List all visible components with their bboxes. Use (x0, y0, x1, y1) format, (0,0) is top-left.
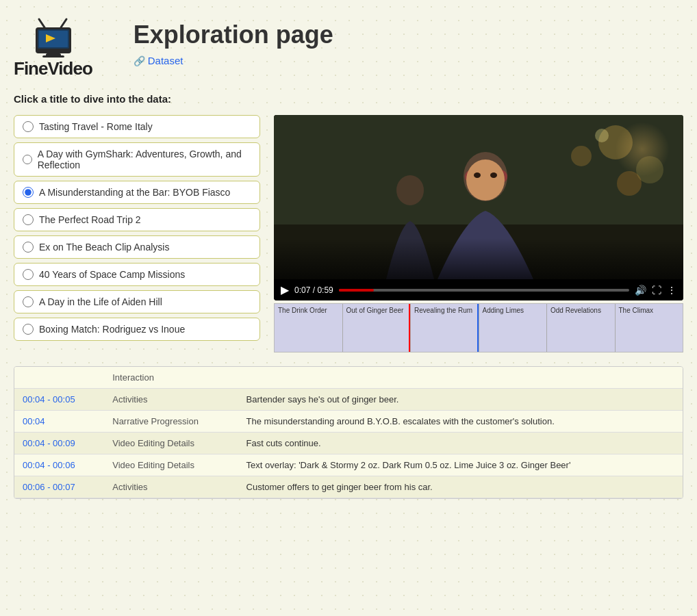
time-current: 0:07 (294, 285, 310, 295)
table-row: 00:04 - 00:09 Video Editing Details Fast… (14, 433, 683, 454)
main-content: Tasting Travel - Rome Italy A Day with G… (14, 115, 683, 352)
table-cell-category: Activities (104, 389, 238, 411)
segment-label: Out of Ginger Beer (346, 307, 404, 314)
label-item6[interactable]: 40 Years of Space Camp Missions (39, 269, 185, 280)
table-cell-time[interactable]: 00:04 - 00:05 (14, 389, 104, 411)
dataset-link[interactable]: 🔗 Dataset (134, 55, 333, 66)
table-cell-category: Narrative Progression (104, 411, 238, 433)
table-cell-category: Interaction (104, 367, 238, 389)
table-cell-desc: Customer offers to get ginger beer from … (238, 476, 683, 498)
svg-line-4 (39, 19, 45, 27)
segment-bar: The Drink Order Out of Ginger Beer Revea… (274, 303, 683, 352)
radio-item4[interactable] (23, 214, 34, 225)
instruction-text: Click a title to dive into the data: (14, 93, 683, 105)
time-display: 0:07 / 0:59 (294, 285, 333, 295)
label-item5[interactable]: Ex on The Beach Clip Analysis (39, 242, 169, 253)
radio-item1[interactable] (23, 121, 34, 132)
table-row-partial: Interaction (14, 367, 683, 389)
table-row: 00:04 Narrative Progression The misunder… (14, 411, 683, 433)
logo-container: FineVideo (14, 14, 92, 79)
segment-odd-revelations[interactable]: Odd Revelations (547, 304, 616, 352)
table-cell-time[interactable]: 00:06 - 00:07 (14, 476, 104, 498)
red-marker (409, 304, 410, 352)
list-item[interactable]: Tasting Travel - Rome Italy (14, 115, 260, 138)
segment-label: Adding Limes (483, 307, 524, 314)
table-cell-desc (238, 367, 683, 389)
label-item2[interactable]: A Day with GymShark: Adventures, Growth,… (38, 149, 251, 170)
table-cell-time[interactable]: 00:04 - 00:06 (14, 454, 104, 476)
progress-bar[interactable] (339, 289, 629, 292)
svg-line-5 (61, 19, 66, 27)
list-item[interactable]: Boxing Match: Rodriguez vs Inoue (14, 318, 260, 341)
svg-point-18 (474, 172, 481, 178)
title-area: Exploration page 🔗 Dataset (134, 14, 333, 66)
label-item1[interactable]: Tasting Travel - Rome Italy (39, 121, 153, 132)
blue-marker (477, 304, 479, 352)
table-row: 00:06 - 00:07 Activities Customer offers… (14, 476, 683, 498)
svg-point-20 (396, 175, 424, 205)
label-item3[interactable]: A Misunderstanding at the Bar: BYOB Fias… (39, 187, 230, 198)
page-container: FineVideo Exploration page 🔗 Dataset Cli… (0, 0, 697, 513)
table-row: 00:04 - 00:05 Activities Bartender says … (14, 389, 683, 411)
header: FineVideo Exploration page 🔗 Dataset (14, 14, 683, 79)
list-item[interactable]: A Day in the Life of Aiden Hill (14, 290, 260, 313)
video-controls: ▶ 0:07 / 0:59 🔊 ⛶ ⋮ (274, 279, 683, 300)
list-item[interactable]: 40 Years of Space Camp Missions (14, 263, 260, 286)
fullscreen-button[interactable]: ⛶ (652, 285, 661, 296)
svg-point-17 (466, 159, 505, 201)
page-title: Exploration page (134, 21, 333, 49)
radio-item8[interactable] (23, 324, 34, 335)
table-cell-desc: Fast cuts continue. (238, 433, 683, 454)
left-panel: Tasting Travel - Rome Italy A Day with G… (14, 115, 260, 352)
video-bg-lights (615, 122, 670, 177)
table-cell-category: Activities (104, 476, 238, 498)
list-item-selected[interactable]: A Misunderstanding at the Bar: BYOB Fias… (14, 181, 260, 204)
video-thumbnail (274, 115, 683, 279)
video-container: ▶ 0:07 / 0:59 🔊 ⛶ ⋮ (274, 115, 683, 300)
data-table-container: Interaction 00:04 - 00:05 Activities Bar… (14, 366, 683, 499)
segment-label: Revealing the Rum (414, 307, 472, 314)
segment-drink-order[interactable]: The Drink Order (275, 304, 343, 352)
logo-text: FineVideo (14, 58, 92, 79)
segment-label: The Drink Order (278, 307, 327, 314)
logo-icon (25, 14, 80, 58)
svg-point-19 (490, 172, 497, 178)
dataset-label: Dataset (148, 55, 183, 66)
label-item8[interactable]: Boxing Match: Rodriguez vs Inoue (39, 324, 185, 335)
right-panel: ▶ 0:07 / 0:59 🔊 ⛶ ⋮ The (274, 115, 683, 352)
segment-ginger-beer[interactable]: Out of Ginger Beer (343, 304, 411, 352)
segment-adding-limes[interactable]: Adding Limes (479, 304, 548, 352)
table-cell-category: Video Editing Details (104, 433, 238, 454)
svg-point-10 (571, 146, 592, 166)
table-cell-desc: Text overlay: 'Dark & Stormy 2 oz. Dark … (238, 454, 683, 476)
svg-rect-7 (42, 55, 64, 57)
table-cell-time[interactable]: 00:04 (14, 411, 104, 433)
progress-fill (339, 289, 374, 292)
video-list: Tasting Travel - Rome Italy A Day with G… (14, 115, 260, 341)
segment-revealing-rum[interactable]: Revealing the Rum (411, 304, 479, 352)
time-total: 0:59 (317, 285, 333, 295)
table-cell-time (14, 367, 104, 389)
svg-point-12 (595, 129, 609, 142)
radio-item5[interactable] (23, 242, 34, 253)
radio-item3[interactable] (23, 187, 34, 198)
list-item[interactable]: The Perfect Road Trip 2 (14, 208, 260, 231)
radio-item6[interactable] (23, 269, 34, 280)
more-button[interactable]: ⋮ (667, 285, 676, 296)
play-button[interactable]: ▶ (281, 283, 289, 296)
radio-item2[interactable] (23, 154, 32, 165)
label-item7[interactable]: A Day in the Life of Aiden Hill (39, 296, 162, 307)
segment-climax[interactable]: The Climax (616, 304, 683, 352)
table-cell-time[interactable]: 00:04 - 00:09 (14, 433, 104, 454)
label-item4[interactable]: The Perfect Road Trip 2 (39, 214, 141, 225)
table-cell-desc: The misunderstanding around B.Y.O.B. esc… (238, 411, 683, 433)
radio-item7[interactable] (23, 296, 34, 307)
segment-label: The Climax (619, 307, 654, 314)
table-cell-desc: Bartender says he's out of ginger beer. (238, 389, 683, 411)
list-item[interactable]: A Day with GymShark: Adventures, Growth,… (14, 142, 260, 177)
list-item[interactable]: Ex on The Beach Clip Analysis (14, 235, 260, 259)
data-table: Interaction 00:04 - 00:05 Activities Bar… (14, 367, 683, 498)
volume-button[interactable]: 🔊 (635, 285, 646, 296)
table-row: 00:04 - 00:06 Video Editing Details Text… (14, 454, 683, 476)
table-cell-category: Video Editing Details (104, 454, 238, 476)
